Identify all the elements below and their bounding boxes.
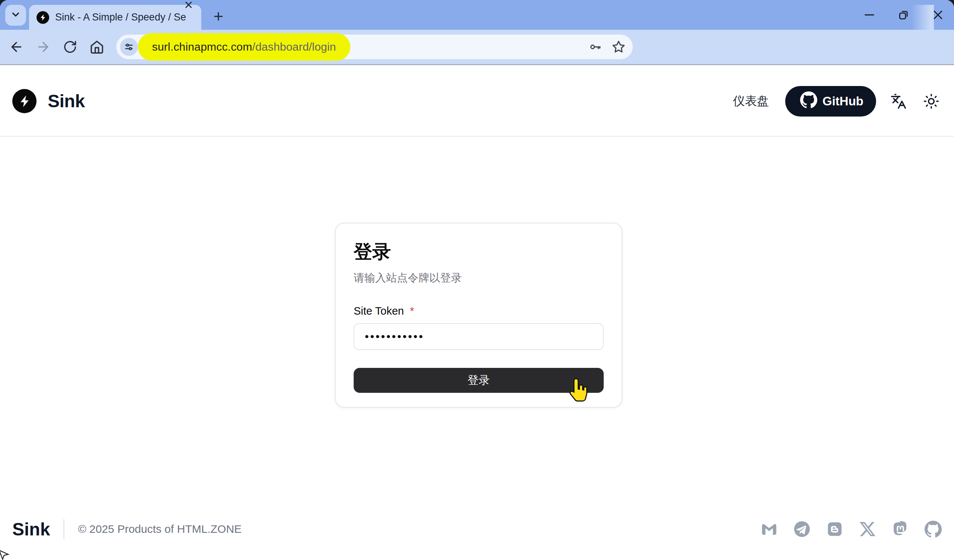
social-links <box>761 521 942 538</box>
site-header: Sink 仪表盘 GitHub <box>0 66 954 137</box>
back-button[interactable] <box>8 39 25 55</box>
login-submit-button[interactable]: 登录 <box>354 368 604 393</box>
browser-toolbar: surl.chinapmcc.com/dashboard/login <box>0 30 954 65</box>
window-close-button[interactable] <box>929 6 947 24</box>
new-tab-button[interactable] <box>209 7 228 26</box>
lightning-logo-icon <box>12 89 36 113</box>
login-title: 登录 <box>354 242 604 262</box>
password-key-icon[interactable] <box>587 39 603 55</box>
header-actions: 仪表盘 GitHub <box>733 86 942 117</box>
url-path: /dashboard/login <box>252 40 336 53</box>
github-icon <box>800 91 817 111</box>
site-token-label: Site Token <box>354 305 404 317</box>
github-footer-icon[interactable] <box>924 521 942 538</box>
page-content: Sink 仪表盘 GitHub 登录 请输入 <box>0 66 954 560</box>
login-subtitle: 请输入站点令牌以登录 <box>354 271 604 286</box>
browser-tab[interactable]: Sink - A Simple / Speedy / Se <box>29 5 201 30</box>
lightning-favicon-icon <box>36 11 49 24</box>
site-token-input[interactable] <box>354 323 604 350</box>
copyright-text: © 2025 Products of HTML.ZONE <box>78 523 242 535</box>
tab-title: Sink - A Simple / Speedy / Se <box>55 12 195 23</box>
github-button-label: GitHub <box>823 94 864 108</box>
site-token-label-row: Site Token * <box>354 305 604 317</box>
click-hand-cursor <box>568 377 591 406</box>
url-text: surl.chinapmcc.com/dashboard/login <box>152 40 336 53</box>
url-domain: surl.chinapmcc.com <box>152 40 252 53</box>
window-minimize-button[interactable] <box>860 6 878 24</box>
mastodon-icon[interactable] <box>892 521 909 538</box>
brand-name: Sink <box>48 91 84 111</box>
theme-sun-button[interactable] <box>921 91 942 112</box>
window-restore-button[interactable] <box>895 6 913 24</box>
reload-button[interactable] <box>62 39 78 55</box>
chevron-down-icon <box>10 9 21 22</box>
tab-search-button[interactable] <box>5 5 26 26</box>
bookmark-star-icon[interactable] <box>610 39 627 55</box>
telegram-icon[interactable] <box>793 521 811 538</box>
site-settings-tune-icon[interactable] <box>120 38 138 56</box>
home-button[interactable] <box>89 39 105 55</box>
mouse-cursor-artifact <box>0 549 11 560</box>
site-footer: Sink © 2025 Products of HTML.ZONE <box>0 513 954 545</box>
forward-button[interactable] <box>35 39 51 55</box>
gmail-icon[interactable] <box>761 521 778 538</box>
blogger-icon[interactable] <box>826 521 843 538</box>
language-toggle-button[interactable] <box>888 91 909 112</box>
nav-dashboard-link[interactable]: 仪表盘 <box>733 93 769 109</box>
browser-window: Sink - A Simple / Speedy / Se <box>0 0 954 560</box>
required-asterisk: * <box>410 305 414 317</box>
tab-strip: Sink - A Simple / Speedy / Se <box>0 0 954 30</box>
footer-divider <box>63 519 64 539</box>
url-highlight-annotation: surl.chinapmcc.com/dashboard/login <box>138 33 350 61</box>
brand[interactable]: Sink <box>12 89 84 113</box>
x-icon[interactable] <box>859 521 876 538</box>
footer-brand[interactable]: Sink <box>12 519 50 540</box>
github-button[interactable]: GitHub <box>785 86 876 117</box>
address-bar[interactable]: surl.chinapmcc.com/dashboard/login <box>116 35 633 59</box>
